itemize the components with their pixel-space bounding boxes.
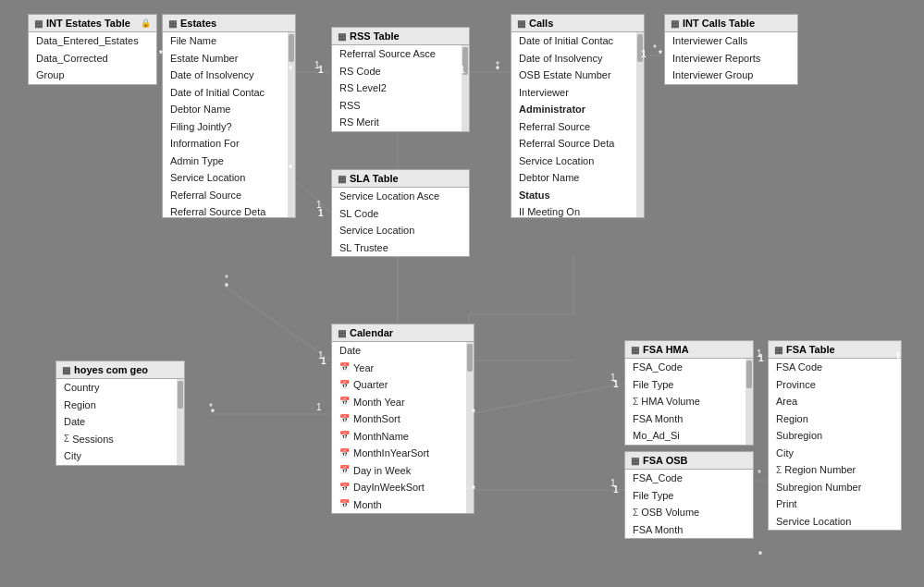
int-calls-icon: ▦: [671, 18, 679, 29]
hoyes-com-geo-title: hoyes com geo: [74, 364, 148, 375]
row-date-initial-contact: Date of Initial Contac: [163, 84, 295, 102]
rss-table-title: RSS Table: [350, 31, 400, 42]
row-cal-monthinyearsort: 📅MonthInYearSort: [332, 445, 474, 462]
calendar-table-title: Calendar: [350, 327, 393, 338]
lbl-1-fsa-hma: 1: [613, 379, 619, 389]
row-rs-code: RS Code: [332, 63, 469, 80]
fsa-osb-table: ▦ FSA OSB FSA_Code File Type Σ OSB Volum…: [624, 451, 754, 539]
svg-text:1: 1: [316, 402, 322, 412]
fsa-hma-title: FSA HMA: [643, 344, 689, 355]
row-area: Area: [769, 393, 901, 410]
row-province: Province: [769, 376, 901, 394]
row-country: Country: [56, 379, 184, 397]
estates-table: ▦ Estates File Name Estate Number Date o…: [162, 14, 296, 218]
row-debtor-name: Debtor Name: [163, 101, 295, 118]
rss-table-scroll[interactable]: Referral Source Asce RS Code RS Level2 R…: [332, 45, 469, 131]
calendar-table-header: ▦ Calendar: [332, 324, 474, 342]
svg-text:*: *: [758, 469, 761, 479]
lbl-1-estates-calls: 1: [460, 65, 465, 75]
row-cal-month-year: 📅Month Year: [332, 394, 474, 411]
svg-line-9: [222, 285, 331, 361]
lbl-star-estates-sla: *: [289, 164, 292, 174]
row-fsa-osb-code: FSA_Code: [625, 470, 753, 487]
hoyes-scrollbar[interactable]: [177, 379, 184, 465]
calls-table-title: Calls: [529, 18, 553, 29]
table-icon: ▦: [34, 18, 43, 29]
row-cal-month: 📅Month: [332, 496, 474, 514]
fsa-hma-header: ▦ FSA HMA: [625, 341, 753, 359]
svg-line-21: [469, 384, 624, 414]
int-estates-table: ▦ INT Estates Table 🔒 Data_Entered_Estat…: [28, 14, 157, 85]
row-admin-type: Admin Type: [163, 153, 295, 170]
calls-table-header: ▦ Calls: [511, 15, 644, 32]
row-fsa-code: FSA Code: [769, 359, 901, 376]
row-fsa-osb-month: FSA Month: [625, 521, 753, 539]
row-calls-date-initial: Date of Initial Contac: [511, 32, 644, 50]
lbl-star-estates: *: [159, 49, 163, 59]
row-osb-estate-number: OSB Estate Number: [511, 67, 644, 84]
calls-table: ▦ Calls Date of Initial Contac Date of I…: [511, 14, 645, 218]
row-interviewer-group: Interviewer Group: [665, 67, 797, 84]
sla-table-icon: ▦: [338, 174, 346, 184]
calls-table-scroll[interactable]: Date of Initial Contac Date of Insolvenc…: [511, 32, 644, 217]
hoyes-com-geo-icon: ▦: [62, 365, 70, 375]
lbl-1-calls-int: 1: [641, 49, 647, 59]
row-filing-jointly: Filing Jointly?: [163, 118, 295, 136]
lbl-star-estates-rss: *: [289, 65, 292, 75]
row-fsa-osb-filetype: File Type: [625, 487, 753, 505]
rss-table-header: ▦ RSS Table: [332, 28, 469, 45]
hoyes-com-geo-scroll[interactable]: Country Region Date Σ Sessions City: [56, 379, 184, 465]
estates-table-title: Estates: [180, 18, 216, 29]
lbl-star-estates-cal: *: [225, 282, 228, 292]
rss-scrollbar[interactable]: [462, 45, 469, 131]
row-osb-volume: Σ OSB Volume: [625, 504, 753, 521]
row-cal-dayinweek: 📅Day in Week: [332, 462, 474, 480]
row-calls-date-insolvency: Date of Insolvency: [511, 50, 644, 67]
fsa-hma-scrollbar[interactable]: [745, 359, 753, 445]
row-rs-merit: RS Merit: [332, 114, 469, 131]
row-referral-source-deta: Referral Source Deta: [163, 203, 295, 217]
fsa-hma-scroll[interactable]: FSA_Code File Type Σ HMA Volume FSA Mont…: [625, 359, 753, 445]
row-subregion: Subregion: [769, 427, 901, 445]
row-fsa-service-location: Service Location: [769, 513, 901, 531]
row-service-location: Service Location: [163, 169, 295, 187]
row-date-insolvency: Date of Insolvency: [163, 67, 295, 84]
row-calls-status: Status: [511, 187, 644, 204]
row-estate-number: Estate Number: [163, 50, 295, 67]
row-sl-code: SL Code: [332, 205, 469, 223]
estates-scrollbar[interactable]: [288, 32, 295, 217]
row-rs-level2: RS Level2: [332, 79, 469, 97]
row-subregion-number: Subregion Number: [769, 479, 901, 496]
sla-table-header: ▦ SLA Table: [332, 170, 469, 188]
int-estates-table-title: INT Estates Table: [46, 18, 130, 29]
row-service-loc-asce: Service Location Asce: [332, 188, 469, 205]
lbl-star-fsa-osb-table: *: [758, 550, 762, 560]
row-hma-volume: Σ HMA Volume: [625, 393, 753, 410]
fsa-hma-icon: ▦: [631, 345, 639, 355]
row-fsa-hma-code: FSA_Code: [625, 359, 753, 376]
row-cal-dayinweeksort: 📅DayInWeekSort: [332, 479, 474, 496]
estates-table-scroll[interactable]: File Name Estate Number Date of Insolven…: [163, 32, 295, 217]
lbl-star-calls: *: [496, 65, 499, 75]
row-region: Region: [56, 397, 184, 414]
hoyes-com-geo-table: ▦ hoyes com geo Country Region Date Σ Se…: [55, 361, 185, 466]
calls-table-icon: ▦: [517, 18, 525, 29]
fsa-table-icon: ▦: [774, 345, 782, 355]
row-file-name: File Name: [163, 32, 295, 50]
row-rss: RSS: [332, 97, 469, 115]
row-calls-debtor-name: Debtor Name: [511, 169, 644, 187]
calendar-table-icon: ▦: [338, 328, 346, 338]
row-ii-meeting-on: II Meeting On: [511, 203, 644, 217]
calls-scrollbar[interactable]: [636, 32, 644, 217]
row-fsa-month: FSA Month: [625, 410, 753, 428]
row-service-location-sla: Service Location: [332, 222, 469, 239]
svg-text:*: *: [653, 43, 657, 54]
hoyes-com-geo-header: ▦ hoyes com geo: [56, 361, 184, 379]
int-calls-table: ▦ INT Calls Table Interviewer Calls Inte…: [664, 14, 798, 85]
calendar-table-scroll[interactable]: Date 📅Year 📅Quarter 📅Month Year 📅MonthSo…: [332, 342, 474, 513]
lbl-1-calendar: 1: [321, 356, 326, 366]
lbl-star-hoyes: *: [211, 408, 215, 418]
row-interviewer-calls: Interviewer Calls: [665, 32, 797, 50]
row-sessions: Σ Sessions: [56, 431, 184, 448]
lbl-1-rss: 1: [318, 65, 324, 75]
